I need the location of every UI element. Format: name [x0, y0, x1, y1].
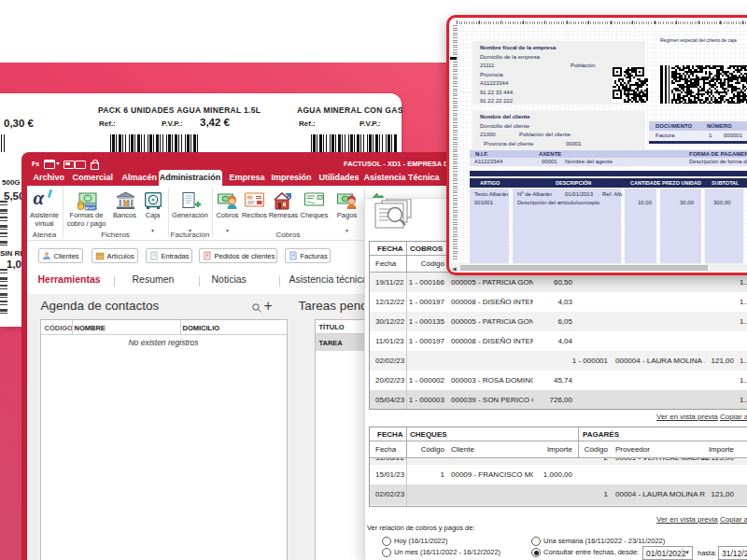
svg-text:VISA: VISA	[87, 206, 97, 211]
